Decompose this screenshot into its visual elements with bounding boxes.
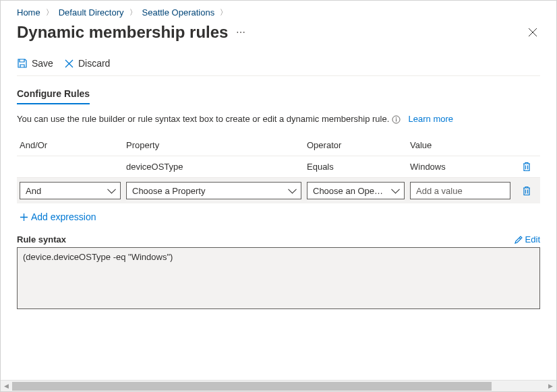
col-value: Value: [410, 140, 510, 150]
breadcrumb-home[interactable]: Home: [17, 7, 40, 18]
toolbar: Save Discard: [17, 53, 540, 76]
discard-button[interactable]: Discard: [64, 58, 110, 69]
cell-operator: Equals: [307, 162, 405, 172]
delete-row-button[interactable]: [516, 162, 537, 172]
section-title: Configure Rules: [17, 76, 90, 104]
add-expression-label: Add expression: [31, 211, 96, 222]
svg-rect-2: [396, 119, 397, 122]
save-label: Save: [32, 58, 53, 69]
edit-syntax-button[interactable]: Edit: [515, 234, 540, 244]
add-expression-button[interactable]: Add expression: [17, 203, 540, 234]
discard-icon: [64, 59, 74, 69]
close-button[interactable]: [525, 25, 540, 40]
andor-select[interactable]: And: [20, 182, 121, 199]
cell-value: Windows: [410, 162, 510, 172]
scroll-right-icon[interactable]: ▶: [545, 381, 556, 392]
pencil-icon: [515, 236, 523, 244]
info-icon[interactable]: [392, 115, 401, 124]
chevron-right-icon: 〉: [217, 7, 230, 18]
breadcrumb: Home 〉 Default Directory 〉 Seattle Opera…: [17, 1, 540, 23]
value-input[interactable]: Add a value: [410, 182, 510, 199]
breadcrumb-directory[interactable]: Default Directory: [59, 7, 124, 18]
breadcrumb-group[interactable]: Seattle Operations: [142, 7, 215, 18]
save-button[interactable]: Save: [17, 58, 53, 69]
rule-syntax-label: Rule syntax: [17, 234, 66, 244]
col-andor: And/Or: [20, 140, 121, 150]
horizontal-scrollbar[interactable]: ◀ ▶: [1, 380, 556, 391]
chevron-right-icon: 〉: [43, 7, 56, 18]
trash-icon: [522, 162, 531, 172]
close-icon: [528, 28, 537, 37]
discard-label: Discard: [78, 58, 110, 69]
section-description: You can use the rule builder or rule syn…: [17, 114, 540, 135]
col-property: Property: [126, 140, 301, 150]
delete-builder-row-button[interactable]: [516, 186, 537, 196]
learn-more-link[interactable]: Learn more: [409, 114, 453, 124]
col-operator: Operator: [307, 140, 405, 150]
page-title: Dynamic membership rules: [17, 23, 228, 42]
table-row: deviceOSType Equals Windows: [17, 156, 540, 178]
builder-row: And Choose a Property Choose an Ope… Add…: [17, 178, 540, 203]
table-header: And/Or Property Operator Value: [17, 135, 540, 156]
scrollbar-thumb[interactable]: [12, 382, 492, 391]
trash-icon: [522, 186, 531, 196]
rules-table: And/Or Property Operator Value deviceOST…: [17, 135, 540, 203]
scroll-left-icon[interactable]: ◀: [1, 381, 12, 392]
more-actions-button[interactable]: ⋯: [236, 27, 246, 38]
cell-property: deviceOSType: [126, 162, 301, 172]
chevron-right-icon: 〉: [127, 7, 140, 18]
rule-syntax-textbox[interactable]: (device.deviceOSType -eq "Windows"): [17, 247, 540, 309]
save-icon: [17, 58, 28, 69]
svg-point-1: [396, 117, 397, 119]
property-select[interactable]: Choose a Property: [126, 182, 301, 199]
plus-icon: [20, 213, 28, 222]
scrollbar-track[interactable]: [12, 381, 545, 391]
operator-select[interactable]: Choose an Ope…: [307, 182, 405, 199]
